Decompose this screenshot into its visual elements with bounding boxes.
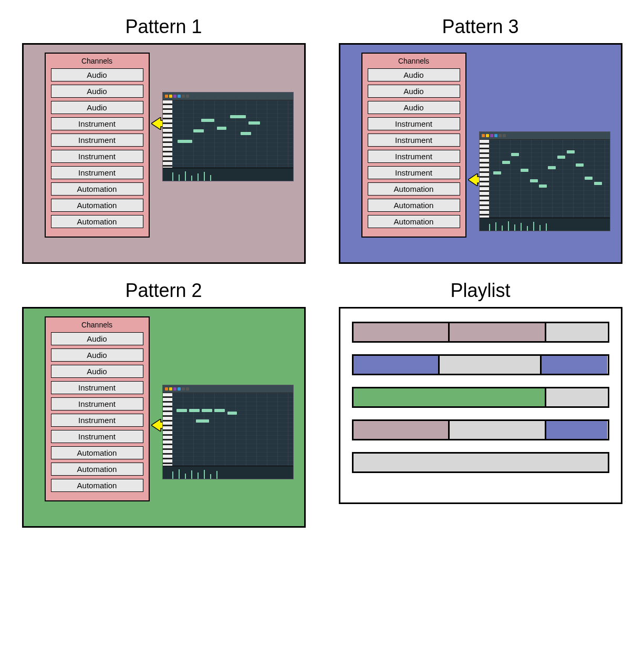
channel-slot[interactable]: Instrument xyxy=(51,381,143,394)
piano-roll-toolbar xyxy=(480,132,610,140)
pattern-2-cell: Pattern 2 Channels Audio Audio Audio Ins… xyxy=(16,280,311,528)
playlist-track[interactable] xyxy=(352,387,609,408)
playlist-box xyxy=(339,307,622,504)
playlist-track[interactable] xyxy=(352,322,609,343)
channel-slot[interactable]: Automation xyxy=(368,182,460,196)
channel-slot[interactable]: Instrument xyxy=(368,117,460,130)
channel-slot[interactable]: Audio xyxy=(368,68,460,81)
channel-slot[interactable]: Automation xyxy=(51,199,143,212)
channel-slot[interactable]: Instrument xyxy=(51,166,143,179)
velocity-area xyxy=(163,466,293,479)
channels-panel: Channels Audio Audio Audio Instrument In… xyxy=(45,316,150,501)
channels-header: Channels xyxy=(51,57,143,65)
channel-slot[interactable]: Automation xyxy=(368,215,460,228)
playlist-clip[interactable] xyxy=(354,323,450,341)
note-area[interactable] xyxy=(172,100,293,168)
pattern-2-box: Channels Audio Audio Audio Instrument In… xyxy=(22,307,306,528)
piano-keys-icon xyxy=(163,100,172,168)
note-area[interactable] xyxy=(172,393,293,466)
channel-slot[interactable]: Instrument xyxy=(368,150,460,163)
playlist-clip[interactable] xyxy=(440,356,542,374)
pattern-1-box: Channels Audio Audio Audio Instrument In… xyxy=(22,43,306,264)
playlist-clip[interactable] xyxy=(354,388,547,406)
channel-slot[interactable]: Instrument xyxy=(51,430,143,443)
playlist-clip[interactable] xyxy=(546,388,607,406)
pattern-3-title: Pattern 3 xyxy=(442,16,518,38)
channel-slot[interactable]: Instrument xyxy=(51,414,143,427)
playlist-track[interactable] xyxy=(352,354,609,375)
channel-slot[interactable]: Instrument xyxy=(51,117,143,130)
channel-slot[interactable]: Automation xyxy=(51,182,143,196)
pattern-3-cell: Pattern 3 Channels Audio Audio Audio Ins… xyxy=(333,16,628,264)
channels-panel: Channels Audio Audio Audio Instrument In… xyxy=(45,53,150,238)
channel-slot[interactable]: Audio xyxy=(51,365,143,378)
pattern-3-box: Channels Audio Audio Audio Instrument In… xyxy=(339,43,622,264)
playlist-track[interactable] xyxy=(352,419,609,440)
note-area[interactable] xyxy=(489,140,610,218)
channel-slot[interactable]: Automation xyxy=(51,463,143,476)
pattern-1-cell: Pattern 1 Channels Audio Audio Audio Ins… xyxy=(16,16,311,264)
channels-panel: Channels Audio Audio Audio Instrument In… xyxy=(361,53,466,238)
channels-header: Channels xyxy=(51,321,143,329)
playlist-clip[interactable] xyxy=(542,356,608,374)
playlist-clip[interactable] xyxy=(450,421,546,439)
pattern-2-title: Pattern 2 xyxy=(125,280,202,302)
pattern-1-title: Pattern 1 xyxy=(125,16,202,38)
channel-slot[interactable]: Instrument xyxy=(368,166,460,179)
piano-roll[interactable] xyxy=(162,92,294,181)
channel-slot[interactable]: Automation xyxy=(51,479,143,492)
channel-slot[interactable]: Audio xyxy=(51,332,143,345)
playlist-cell: Playlist xyxy=(333,280,628,528)
playlist-clip[interactable] xyxy=(450,323,546,341)
channel-slot[interactable]: Audio xyxy=(368,85,460,98)
piano-roll[interactable] xyxy=(162,385,294,479)
playlist-track[interactable] xyxy=(352,452,609,473)
channel-slot[interactable]: Audio xyxy=(51,348,143,362)
channel-slot[interactable]: Audio xyxy=(51,85,143,98)
playlist-clip[interactable] xyxy=(354,454,608,471)
channel-slot[interactable]: Automation xyxy=(368,199,460,212)
piano-keys-icon xyxy=(163,393,172,466)
channel-slot[interactable]: Automation xyxy=(51,215,143,228)
channel-slot[interactable]: Instrument xyxy=(51,150,143,163)
piano-keys-icon xyxy=(480,140,489,218)
velocity-area xyxy=(480,218,610,231)
channel-slot[interactable]: Audio xyxy=(51,101,143,114)
playlist-clip[interactable] xyxy=(546,323,607,341)
playlist-clip[interactable] xyxy=(354,356,440,374)
playlist-clip[interactable] xyxy=(546,421,607,439)
playlist-title: Playlist xyxy=(450,280,510,302)
piano-roll[interactable] xyxy=(479,131,610,231)
piano-roll-toolbar xyxy=(163,93,293,100)
piano-roll-toolbar xyxy=(163,385,293,393)
channel-slot[interactable]: Instrument xyxy=(51,134,143,147)
velocity-area xyxy=(163,168,293,181)
channels-header: Channels xyxy=(368,57,460,65)
channel-slot[interactable]: Automation xyxy=(51,446,143,459)
diagram-grid: Pattern 1 Channels Audio Audio Audio Ins… xyxy=(16,16,628,528)
channel-slot[interactable]: Instrument xyxy=(51,397,143,410)
playlist-clip[interactable] xyxy=(354,421,450,439)
channel-slot[interactable]: Audio xyxy=(368,101,460,114)
channel-slot[interactable]: Audio xyxy=(51,68,143,81)
channel-slot[interactable]: Instrument xyxy=(368,134,460,147)
